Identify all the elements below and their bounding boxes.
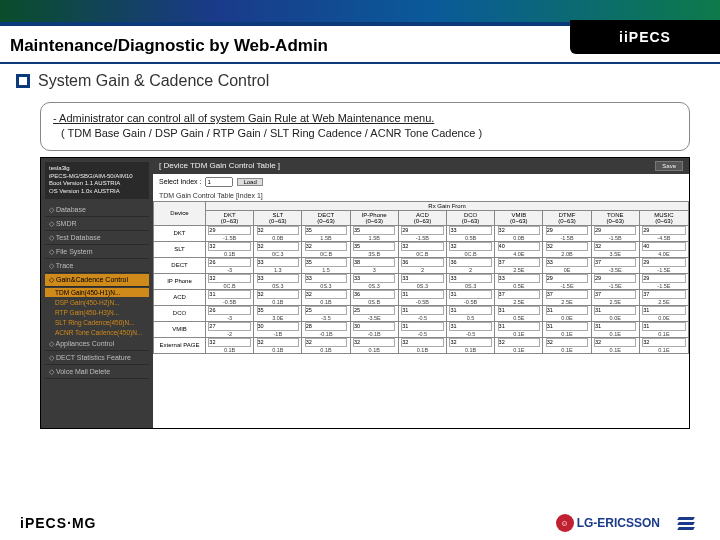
gain-input[interactable] [594, 322, 636, 331]
gain-input[interactable] [257, 226, 299, 235]
gain-input[interactable] [546, 306, 588, 315]
gain-input[interactable] [546, 258, 588, 267]
gain-input[interactable] [642, 226, 685, 235]
nav-file-system[interactable]: ◇ File System [45, 246, 149, 259]
gain-input[interactable] [642, 274, 685, 283]
gain-input[interactable] [353, 242, 395, 251]
gain-input[interactable] [642, 306, 685, 315]
gain-input[interactable] [401, 258, 443, 267]
gain-input[interactable] [208, 226, 250, 235]
gain-input[interactable] [305, 322, 347, 331]
nav-sub-slt-ring[interactable]: SLT Ring Cadence(450)N... [45, 318, 149, 327]
nav-sub-acnr-tone[interactable]: ACNR Tone Cadence(450)N... [45, 328, 149, 337]
gain-db-label: 0.1B [447, 347, 494, 353]
nav-dect-stats[interactable]: ◇ DECT Statistics Feature [45, 352, 149, 365]
gain-input[interactable] [305, 226, 347, 235]
gain-input[interactable] [642, 322, 685, 331]
gain-input[interactable] [449, 258, 491, 267]
gain-input[interactable] [546, 226, 588, 235]
gain-input[interactable] [208, 290, 250, 299]
gain-input[interactable] [546, 274, 588, 283]
gain-input[interactable] [353, 322, 395, 331]
gain-input[interactable] [546, 322, 588, 331]
gain-input[interactable] [449, 226, 491, 235]
gain-input[interactable] [401, 290, 443, 299]
nav-trace[interactable]: ◇ Trace [45, 260, 149, 273]
gain-input[interactable] [401, 226, 443, 235]
gain-input[interactable] [546, 290, 588, 299]
gain-input[interactable] [353, 226, 395, 235]
gain-input[interactable] [594, 226, 636, 235]
gain-input[interactable] [498, 306, 540, 315]
nav-test-database[interactable]: ◇ Test Database [45, 232, 149, 245]
gain-input[interactable] [208, 274, 250, 283]
gain-input[interactable] [401, 242, 443, 251]
nav-appliances[interactable]: ◇ Appliances Control [45, 338, 149, 351]
save-button[interactable]: Save [655, 161, 683, 171]
gain-input[interactable] [498, 290, 540, 299]
gain-input[interactable] [546, 338, 588, 347]
gain-input[interactable] [594, 258, 636, 267]
gain-input[interactable] [498, 322, 540, 331]
gain-input[interactable] [401, 322, 443, 331]
gain-input[interactable] [353, 274, 395, 283]
gain-input[interactable] [353, 306, 395, 315]
nav-sub-tdm-gain[interactable]: TDM Gain(450-H1)N... [45, 288, 149, 297]
gain-input[interactable] [257, 242, 299, 251]
gain-input[interactable] [353, 290, 395, 299]
gain-input[interactable] [498, 274, 540, 283]
gain-input[interactable] [208, 242, 250, 251]
gain-input[interactable] [498, 242, 540, 251]
gain-input[interactable] [642, 258, 685, 267]
select-index-label: Select Index : [159, 178, 201, 185]
gain-input[interactable] [594, 306, 636, 315]
gain-input[interactable] [257, 258, 299, 267]
gain-input[interactable] [449, 274, 491, 283]
gain-input[interactable] [257, 290, 299, 299]
gain-input[interactable] [257, 306, 299, 315]
gain-input[interactable] [257, 322, 299, 331]
gain-input[interactable] [449, 322, 491, 331]
gain-input[interactable] [401, 274, 443, 283]
gain-input[interactable] [449, 338, 491, 347]
gain-input[interactable] [449, 242, 491, 251]
gain-input[interactable] [449, 306, 491, 315]
gain-input[interactable] [305, 258, 347, 267]
gain-input[interactable] [353, 338, 395, 347]
gain-input[interactable] [498, 226, 540, 235]
gain-input[interactable] [594, 242, 636, 251]
gain-input[interactable] [498, 258, 540, 267]
gain-input[interactable] [353, 258, 395, 267]
gain-input[interactable] [305, 338, 347, 347]
gain-input[interactable] [401, 306, 443, 315]
gain-input[interactable] [305, 242, 347, 251]
gain-input[interactable] [208, 338, 250, 347]
nav-gain-cadence[interactable]: ◇ Gain&Cadence Control [45, 274, 149, 287]
gain-input[interactable] [257, 274, 299, 283]
nav-database[interactable]: ◇ Database [45, 204, 149, 217]
gain-input[interactable] [305, 274, 347, 283]
gain-input[interactable] [642, 290, 685, 299]
gain-input[interactable] [594, 338, 636, 347]
gain-input[interactable] [208, 306, 250, 315]
gain-input[interactable] [546, 242, 588, 251]
gain-input[interactable] [594, 274, 636, 283]
nav-sub-rtp-gain[interactable]: RTP Gain(450-H3)N... [45, 308, 149, 317]
gain-input[interactable] [498, 338, 540, 347]
gain-input[interactable] [401, 338, 443, 347]
load-button[interactable]: Load [237, 178, 262, 186]
gain-input[interactable] [642, 242, 685, 251]
gain-input[interactable] [208, 322, 250, 331]
gain-input[interactable] [305, 306, 347, 315]
gain-input[interactable] [594, 290, 636, 299]
gain-input[interactable] [642, 338, 685, 347]
nav-voice-mail[interactable]: ◇ Voice Mail Delete [45, 366, 149, 379]
nav-smdr[interactable]: ◇ SMDR [45, 218, 149, 231]
description-line2: ( TDM Base Gain / DSP Gain / RTP Gain / … [53, 126, 677, 141]
gain-input[interactable] [449, 290, 491, 299]
gain-input[interactable] [257, 338, 299, 347]
nav-sub-dsp-gain[interactable]: DSP Gain(450-H2)N... [45, 298, 149, 307]
gain-input[interactable] [208, 258, 250, 267]
select-index-input[interactable] [205, 177, 233, 187]
gain-input[interactable] [305, 290, 347, 299]
